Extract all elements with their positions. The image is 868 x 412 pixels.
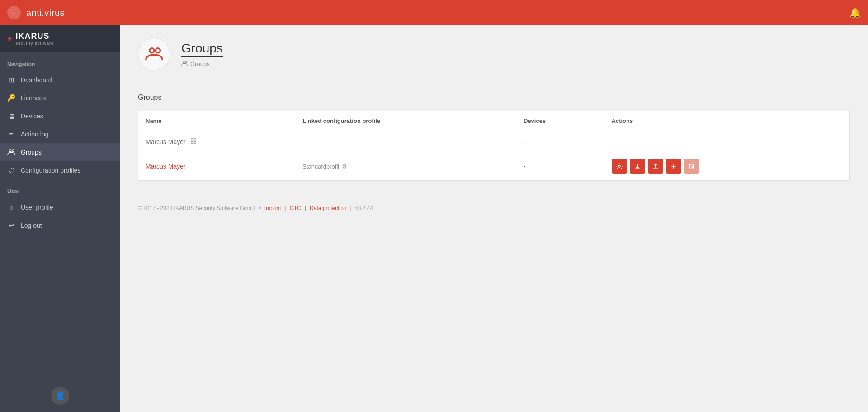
breadcrumb-label: Groups — [190, 61, 210, 67]
row2-actions-cell — [604, 152, 850, 181]
breadcrumb-icon — [181, 60, 188, 68]
svg-point-4 — [183, 61, 185, 63]
row2-name-link[interactable]: Marcus Mayer — [146, 163, 186, 170]
download-action-button[interactable] — [630, 159, 645, 174]
svg-rect-7 — [194, 139, 196, 140]
page-icon-circle — [138, 38, 170, 70]
footer-sep1: | — [285, 205, 286, 211]
svg-rect-6 — [191, 139, 193, 140]
footer-version: v3.2.44 — [355, 205, 373, 211]
sidebar-label-configuration-profiles: Configuration profiles — [21, 167, 80, 174]
sidebar-label-devices: Devices — [21, 112, 43, 120]
main-layout: + IKARUS security software Navigation ⊞ … — [0, 25, 868, 412]
sidebar-label-dashboard: Dashboard — [21, 76, 52, 84]
row1-edit-icon[interactable] — [190, 139, 197, 145]
app-title: anti.virus — [26, 8, 65, 18]
breadcrumb: Groups — [181, 60, 223, 68]
back-button[interactable]: ‹ — [7, 6, 21, 19]
sidebar-item-user-profile[interactable]: ○ User profile — [0, 198, 120, 216]
upload-action-button[interactable] — [648, 159, 663, 174]
main-content: Groups Groups Groups — [120, 25, 868, 412]
notification-bell-icon[interactable]: 🔔 — [849, 7, 861, 18]
sidebar-label-groups: Groups — [21, 149, 42, 156]
table-body: Marcus Mayer — [138, 131, 850, 181]
sidebar-label-licences: Licences — [21, 94, 46, 102]
table-header-row: Name Linked configuration profile Device… — [138, 111, 850, 131]
devices-icon: 🖥 — [7, 112, 15, 120]
row1-name: Marcus Mayer — [146, 138, 186, 145]
footer-copyright: © 2017 - 2020 IKARUS Security Software G… — [138, 205, 255, 211]
row2-profile-name: Standardprofil — [302, 163, 339, 170]
footer-bullet: • — [259, 205, 261, 211]
profile-gear-icon[interactable]: ⚙ — [342, 163, 347, 170]
sidebar-item-licences[interactable]: 🔑 Licences — [0, 89, 120, 107]
col-header-linked-profile: Linked configuration profile — [295, 111, 516, 131]
logo-cross: + — [7, 34, 12, 43]
sidebar: + IKARUS security software Navigation ⊞ … — [0, 25, 120, 412]
footer-link-data-protection[interactable]: Data protection — [310, 205, 346, 211]
logo-area: + IKARUS security software — [0, 25, 120, 52]
footer-sep3: | — [350, 205, 352, 211]
groups-section-title: Groups — [138, 94, 850, 102]
row2-profile-cell: Standardprofil ⚙ — [295, 152, 516, 181]
row1-devices: - — [524, 138, 526, 145]
page-title: Groups — [181, 41, 223, 57]
delete-action-button[interactable] — [684, 159, 699, 174]
svg-rect-9 — [194, 141, 196, 143]
svg-rect-8 — [191, 141, 193, 143]
row2-devices: - — [524, 163, 526, 170]
configuration-profiles-icon: 🛡 — [7, 166, 15, 174]
row1-name-cell: Marcus Mayer — [138, 131, 296, 152]
sidebar-label-log-out: Log out — [21, 222, 42, 229]
page-header: Groups Groups — [120, 25, 868, 80]
svg-point-3 — [156, 48, 160, 53]
table-row: Marcus Mayer — [138, 131, 850, 152]
sidebar-item-devices[interactable]: 🖥 Devices — [0, 107, 120, 125]
action-log-icon: ≡ — [7, 130, 15, 138]
licences-icon: 🔑 — [7, 94, 15, 102]
col-header-actions: Actions — [604, 111, 850, 131]
sidebar-label-user-profile: User profile — [21, 204, 53, 211]
sidebar-item-action-log[interactable]: ≡ Action log — [0, 125, 120, 143]
row1-actions-cell — [604, 131, 850, 152]
row2-devices-cell: - — [516, 152, 604, 181]
sidebar-item-dashboard[interactable]: ⊞ Dashboard — [0, 71, 120, 89]
table-row: Marcus Mayer Standardprofil ⚙ - — [138, 152, 850, 181]
logo-name: IKARUS — [16, 32, 50, 41]
logo-sub: security software — [16, 41, 54, 46]
col-header-devices: Devices — [516, 111, 604, 131]
footer-sep2: | — [305, 205, 306, 211]
svg-point-0 — [9, 150, 12, 152]
sidebar-item-configuration-profiles[interactable]: 🛡 Configuration profiles — [0, 161, 120, 179]
footer-link-gtc[interactable]: GTC — [290, 205, 301, 211]
row2-name-cell: Marcus Mayer — [138, 152, 296, 181]
user-profile-icon: ○ — [7, 203, 15, 211]
table-header: Name Linked configuration profile Device… — [138, 111, 850, 131]
logo-text-area: IKARUS security software — [16, 32, 54, 46]
svg-point-5 — [185, 61, 187, 63]
svg-point-10 — [618, 165, 620, 167]
row1-devices-cell: - — [516, 131, 604, 152]
svg-point-2 — [150, 48, 154, 53]
svg-point-1 — [12, 150, 14, 152]
dashboard-icon: ⊞ — [7, 76, 15, 84]
footer-link-imprint[interactable]: Imprint — [264, 205, 281, 211]
content-area: Groups Name Linked configuration profile… — [120, 80, 868, 194]
add-action-button[interactable] — [666, 159, 681, 174]
sidebar-item-log-out[interactable]: ↩ Log out — [0, 216, 120, 234]
sidebar-bottom: 👤 — [0, 379, 120, 412]
groups-icon — [7, 148, 15, 156]
page-title-area: Groups Groups — [181, 41, 223, 68]
settings-action-button[interactable] — [612, 159, 627, 174]
log-out-icon: ↩ — [7, 221, 15, 229]
nav-section-label: Navigation — [0, 52, 120, 71]
sidebar-item-groups[interactable]: Groups — [0, 143, 120, 161]
groups-table: Name Linked configuration profile Device… — [138, 111, 850, 181]
sidebar-avatar: 👤 — [51, 387, 69, 405]
sidebar-label-action-log: Action log — [21, 131, 48, 138]
groups-page-icon — [145, 45, 163, 63]
top-header: ‹ anti.virus 🔔 — [0, 0, 868, 25]
action-buttons — [612, 159, 842, 174]
header-left: ‹ anti.virus — [7, 6, 65, 19]
col-header-name: Name — [138, 111, 296, 131]
